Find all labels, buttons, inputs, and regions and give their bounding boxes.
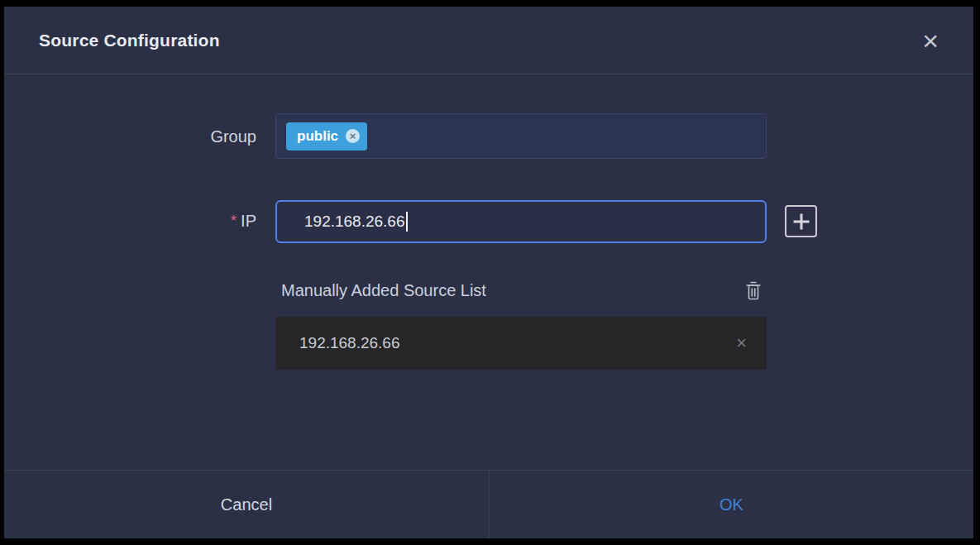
close-icon[interactable]: × xyxy=(922,29,939,52)
dialog-body: Group public × *IP 192.168.26.66 Manuall… xyxy=(4,74,973,470)
item-remove-icon[interactable]: × xyxy=(736,334,747,352)
group-tag: public × xyxy=(286,122,367,151)
ok-button[interactable]: OK xyxy=(489,471,973,538)
group-input[interactable]: public × xyxy=(275,113,767,159)
cancel-button[interactable]: Cancel xyxy=(4,471,489,538)
trash-icon xyxy=(744,280,762,302)
group-label: Group xyxy=(4,124,256,149)
add-ip-button[interactable] xyxy=(785,205,817,237)
source-configuration-dialog: Source Configuration × Group public × *I… xyxy=(4,7,973,538)
tag-remove-icon[interactable]: × xyxy=(346,129,360,143)
delete-list-button[interactable] xyxy=(742,279,765,304)
source-list-label: Manually Added Source List xyxy=(281,278,486,303)
dialog-footer: Cancel OK xyxy=(4,470,973,538)
ip-value: 192.168.26.66 xyxy=(304,213,405,231)
required-marker: * xyxy=(231,212,237,229)
ip-input[interactable]: 192.168.26.66 xyxy=(275,200,767,243)
ip-label-text: IP xyxy=(241,212,256,230)
source-list-item: 192.168.26.66 × xyxy=(275,317,767,370)
group-tag-label: public xyxy=(297,128,338,145)
source-item-value: 192.168.26.66 xyxy=(299,334,400,352)
text-caret xyxy=(406,212,408,232)
dialog-header: Source Configuration × xyxy=(4,7,973,74)
ip-label: *IP xyxy=(4,208,256,234)
dialog-title: Source Configuration xyxy=(39,31,220,50)
